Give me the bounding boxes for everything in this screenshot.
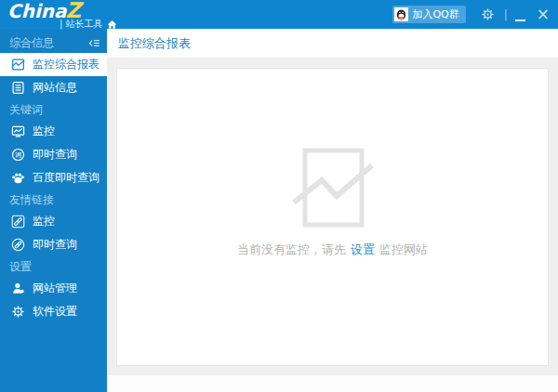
sidebar-section-friend-links: 友情链接 [0, 189, 107, 210]
titlebar: ChinaZ | 站长工具 [0, 0, 558, 29]
page-title: 监控综合报表 [118, 35, 191, 52]
app-window: ChinaZ | 站长工具 [0, 0, 558, 392]
sidebar-item-label: 监控 [33, 124, 55, 139]
chart-placeholder-icon [290, 145, 376, 230]
sidebar-item-site-info[interactable]: 网站信息 [0, 76, 107, 99]
empty-state: 当前没有监控，请先设置监控网站 [237, 145, 428, 258]
sidebar-section-settings: 设置 [0, 256, 107, 277]
report-panel: 当前没有监控，请先设置监控网站 [116, 68, 549, 366]
sidebar-item-baidu-query[interactable]: 百度即时查询 [0, 166, 107, 189]
sidebar-item-site-management[interactable]: 网站管理 [0, 277, 107, 300]
setup-link[interactable]: 设置 [351, 242, 375, 256]
sidebar-section-general: 综合信息 [0, 33, 107, 53]
sidebar-item-monitor-report[interactable]: 监控综合报表 [0, 53, 107, 76]
status-bar [107, 375, 558, 392]
app-subtitle: | 站长工具 [60, 18, 117, 31]
gear-icon [11, 305, 25, 319]
sidebar-item-label: 软件设置 [33, 304, 77, 320]
main-area: 监控综合报表 当前没有监控，请先设置监控网站 [107, 29, 558, 392]
sidebar-item-link-monitor[interactable]: 监控 [0, 210, 107, 233]
minimize-button[interactable] [515, 8, 537, 21]
section-label: 设置 [9, 259, 32, 275]
word-circle-icon: 词 [11, 148, 25, 162]
monitor-icon [11, 124, 25, 138]
qq-penguin-avatar [394, 7, 408, 21]
page-title-bar: 监控综合报表 [107, 29, 558, 58]
close-button[interactable]: × [537, 7, 550, 21]
section-label: 关键词 [9, 102, 43, 118]
sidebar-item-label: 网站管理 [33, 281, 77, 296]
sidebar: 综合信息 监控综合报表 [0, 29, 107, 392]
join-qq-group-label: 加入QQ群 [412, 7, 458, 21]
titlebar-controls: 加入QQ群 | × [392, 0, 550, 29]
hint-before: 当前没有监控，请先 [237, 242, 346, 256]
sidebar-item-keyword-query[interactable]: 词 即时查询 [0, 143, 107, 166]
logo-text-china: China [7, 0, 67, 22]
chart-icon [11, 58, 25, 72]
link-square-icon [11, 215, 25, 229]
sidebar-item-label: 百度即时查询 [33, 170, 100, 186]
sidebar-collapse-icon[interactable] [88, 37, 100, 49]
document-icon [11, 81, 25, 95]
sidebar-item-label: 监控 [33, 214, 55, 229]
home-icon[interactable] [107, 20, 117, 30]
sidebar-item-software-settings[interactable]: 软件设置 [0, 300, 107, 323]
join-qq-group-button[interactable]: 加入QQ群 [392, 6, 465, 23]
sidebar-item-link-query[interactable]: 即时查询 [0, 233, 107, 256]
baidu-paw-icon [11, 171, 25, 185]
window-body: 综合信息 监控综合报表 [0, 29, 558, 392]
settings-gear-icon[interactable] [481, 7, 495, 21]
user-icon [11, 281, 25, 295]
sidebar-item-label: 网站信息 [33, 80, 77, 96]
minimize-icon [515, 8, 525, 21]
link-circle-icon [11, 238, 25, 252]
sidebar-item-label: 即时查询 [33, 147, 77, 163]
sidebar-item-label: 监控综合报表 [33, 57, 100, 72]
hint-after: 监控网站 [379, 242, 428, 256]
sidebar-item-keyword-monitor[interactable]: 监控 [0, 120, 107, 143]
section-label: 综合信息 [9, 35, 54, 51]
sidebar-item-label: 即时查询 [33, 237, 77, 253]
sidebar-section-keywords: 关键词 [0, 99, 107, 120]
subtitle-label: | 站长工具 [60, 18, 103, 31]
titlebar-separator: | [504, 8, 508, 21]
section-label: 友情链接 [9, 192, 54, 208]
content-area: 当前没有监控，请先设置监控网站 [107, 58, 558, 375]
svg-text:词: 词 [15, 150, 21, 159]
empty-hint-text: 当前没有监控，请先设置监控网站 [237, 242, 428, 258]
